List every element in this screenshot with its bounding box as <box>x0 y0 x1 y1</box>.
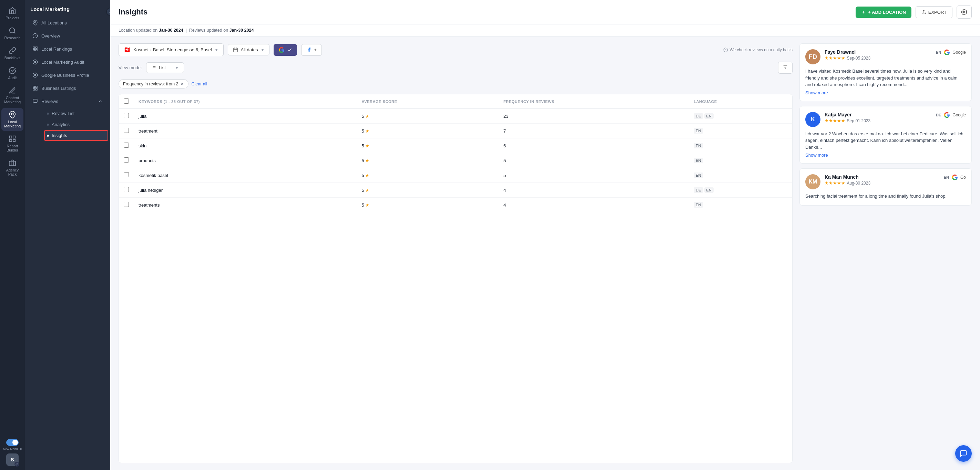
nav-agency-pack[interactable]: Agency Pack <box>2 156 24 179</box>
svg-rect-14 <box>35 47 37 49</box>
row-checkbox[interactable] <box>124 202 129 207</box>
svg-point-2 <box>11 113 13 115</box>
nav-local-marketing[interactable]: Local Marketing <box>2 108 24 131</box>
cell-frequency: 7 <box>499 124 689 138</box>
clear-all-button[interactable]: Clear all <box>191 82 207 86</box>
keywords-table-wrap: KEYWORDS (1 - 25 OUT OF 37) AVERAGE SCOR… <box>119 94 792 463</box>
cell-avg-score: 5 ★ <box>357 183 499 198</box>
reviewer-avatar: KM <box>805 174 821 189</box>
select-all-checkbox[interactable] <box>124 98 129 104</box>
page-title: Insights <box>119 8 851 16</box>
review-lang: EN <box>936 50 941 54</box>
cell-language: DEEN <box>689 109 792 124</box>
svg-rect-16 <box>33 49 35 51</box>
reviewer-name: Katja Mayer <box>824 112 932 118</box>
nav-report-builder[interactable]: Report Builder <box>2 132 24 155</box>
export-button[interactable]: EXPORT <box>916 6 953 18</box>
svg-rect-4 <box>13 136 15 138</box>
cell-keyword: skin <box>134 138 357 153</box>
location-dropdown[interactable]: 🇨🇭 Kosmetik Basel, Sternengasse 6, Basel… <box>119 43 224 56</box>
reviewer-name: Faye Drawnel <box>824 49 932 55</box>
sidebar-item-overview[interactable]: Overview <box>27 30 108 42</box>
row-checkbox[interactable] <box>124 157 129 162</box>
col-frequency: FREQUENCY IN REVIEWS <box>499 94 689 109</box>
review-stars: ★★★★★ <box>824 118 845 123</box>
show-more-link[interactable]: Show more <box>805 152 966 158</box>
user-avatar[interactable]: S <box>6 454 19 466</box>
svg-rect-21 <box>33 86 35 88</box>
sidebar-item-local-rankings[interactable]: Local Rankings <box>27 43 108 55</box>
view-mode-label: View mode: <box>119 65 142 70</box>
nav-research[interactable]: Research <box>2 24 24 43</box>
sidebar-reviews-section: Reviews Review List Analytics Insights <box>25 95 110 141</box>
review-rating-row: ★★★★★ Sep-01 2023 <box>824 118 932 124</box>
filter-icon-button[interactable] <box>778 62 792 74</box>
chat-bubble[interactable] <box>955 445 972 462</box>
cell-avg-score: 5 ★ <box>357 153 499 168</box>
svg-point-17 <box>33 60 37 64</box>
table-row: products 5 ★ 5 EN <box>119 153 792 168</box>
review-stars: ★★★★★ <box>824 180 845 186</box>
svg-rect-23 <box>35 89 37 90</box>
sidebar-item-insights[interactable]: Insights <box>44 130 108 141</box>
filters-row: 🇨🇭 Kosmetik Basel, Sternengasse 6, Basel… <box>119 43 792 56</box>
review-lang: DE <box>936 113 941 117</box>
cell-avg-score: 5 ★ <box>357 124 499 138</box>
row-checkbox[interactable] <box>124 172 129 177</box>
row-checkbox[interactable] <box>124 143 129 148</box>
nav-projects[interactable]: Projects <box>2 4 24 23</box>
reviews-panel: FD Faye Drawnel ★★★★★ Sep-05 2023 EN Goo… <box>799 43 972 463</box>
insights-dot <box>47 135 49 137</box>
add-location-button[interactable]: + ADD LOCATION <box>856 6 911 18</box>
review-header: FD Faye Drawnel ★★★★★ Sep-05 2023 EN Goo… <box>805 49 966 64</box>
review-card: KM Ka Man Munch ★★★★★ Aug-30 2023 EN Go … <box>799 168 972 206</box>
cell-keyword: kosmetik basel <box>134 168 357 183</box>
review-header: K Katja Mayer ★★★★★ Sep-01 2023 DE Googl… <box>805 112 966 127</box>
cell-keyword: treatment <box>134 124 357 138</box>
cell-language: EN <box>689 138 792 153</box>
review-rating-row: ★★★★★ Sep-05 2023 <box>824 55 932 61</box>
analytics-dot <box>47 124 49 126</box>
show-more-link[interactable]: Show more <box>805 90 966 95</box>
review-card: K Katja Mayer ★★★★★ Sep-01 2023 DE Googl… <box>799 106 972 164</box>
svg-point-19 <box>33 73 37 77</box>
review-platform: Go <box>960 175 966 180</box>
row-checkbox[interactable] <box>124 187 129 192</box>
sidebar-item-business-listings[interactable]: Business Listings <box>27 82 108 94</box>
nav-audit[interactable]: Audit <box>2 64 24 83</box>
cell-frequency: 5 <box>499 153 689 168</box>
sidebar-item-review-list[interactable]: Review List <box>44 108 108 119</box>
sidebar-item-local-marketing-audit[interactable]: Local Marketing Audit <box>27 56 108 68</box>
remove-chip-button[interactable]: ✕ <box>180 81 184 86</box>
review-platform: Google <box>953 50 966 55</box>
daily-check-info: We check reviews on a daily basis <box>723 48 792 52</box>
avatar-gear-icon[interactable] <box>14 462 19 467</box>
facebook-filter-button[interactable]: + <box>301 44 322 56</box>
review-card: FD Faye Drawnel ★★★★★ Sep-05 2023 EN Goo… <box>799 43 972 101</box>
google-filter-button[interactable] <box>274 44 297 56</box>
sidebar-item-analytics[interactable]: Analytics <box>44 119 108 130</box>
table-row: skin 5 ★ 6 EN <box>119 138 792 153</box>
svg-line-1 <box>14 32 15 33</box>
svg-rect-5 <box>13 140 15 141</box>
row-checkbox[interactable] <box>124 113 129 118</box>
row-checkbox[interactable] <box>124 128 129 133</box>
settings-button[interactable] <box>956 5 972 19</box>
dates-dropdown[interactable]: All dates ▼ <box>228 44 270 56</box>
review-meta: Ka Man Munch ★★★★★ Aug-30 2023 <box>824 174 940 186</box>
location-updated-date: Jan-30 2024 <box>159 28 183 33</box>
sidebar-item-all-locations[interactable]: All Locations <box>27 16 108 29</box>
content-area: 🇨🇭 Kosmetik Basel, Sternengasse 6, Basel… <box>110 37 980 470</box>
review-list-dot <box>47 113 49 115</box>
review-stars: ★★★★★ <box>824 56 845 60</box>
view-mode-dropdown[interactable]: List ▼ <box>146 62 184 73</box>
review-source: EN Google <box>936 49 966 56</box>
nav-content-marketing[interactable]: Content Marketing <box>2 84 24 107</box>
topbar: Insights + ADD LOCATION EXPORT <box>110 0 980 24</box>
sidebar-item-google-business-profile[interactable]: Google Business Profile <box>27 69 108 81</box>
frequency-filter-chip: Frequency in reviews: from 2 ✕ <box>119 79 188 89</box>
review-lang: EN <box>944 175 949 179</box>
new-menu-ui-toggle[interactable] <box>6 439 19 446</box>
sidebar-item-reviews[interactable]: Reviews <box>27 95 108 108</box>
nav-backlinks[interactable]: Backlinks <box>2 44 24 63</box>
